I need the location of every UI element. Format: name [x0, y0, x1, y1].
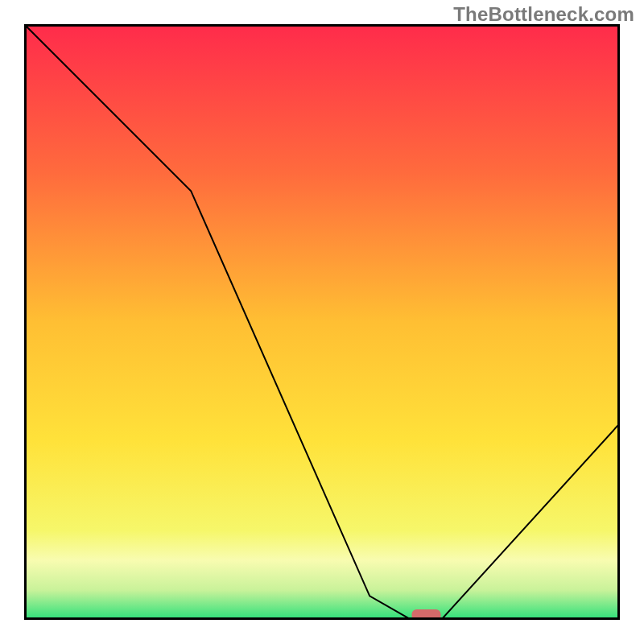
bottleneck-chart — [24, 24, 620, 620]
watermark-text: TheBottleneck.com — [453, 3, 634, 26]
